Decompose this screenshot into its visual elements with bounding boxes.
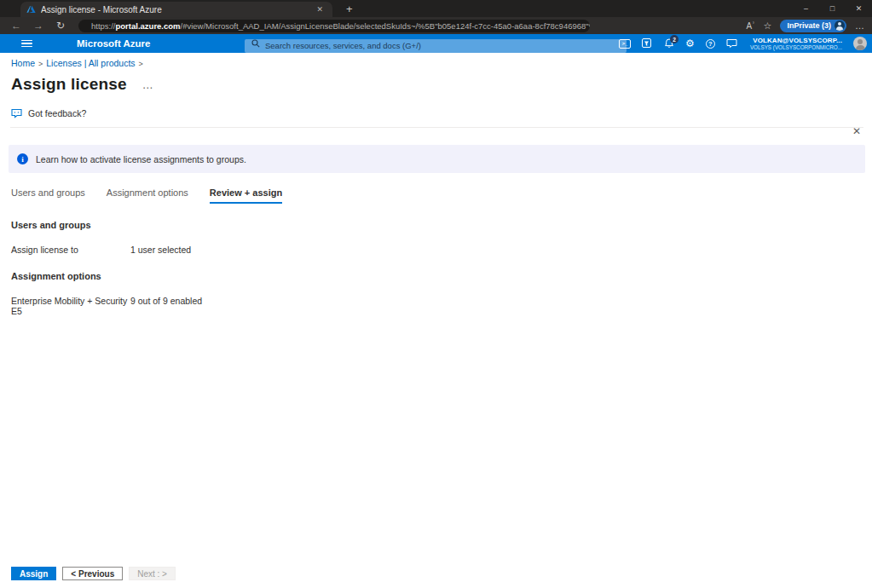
browser-menu-icon[interactable]: … bbox=[855, 20, 865, 31]
blade-footer: Assign < Previous Next : > bbox=[11, 567, 176, 580]
row-label: Assign license to bbox=[11, 245, 130, 255]
next-button[interactable]: Next : > bbox=[129, 567, 176, 580]
forward-icon[interactable]: → bbox=[29, 20, 48, 32]
feedback-bubble-icon bbox=[11, 108, 22, 118]
tab-users-and-groups[interactable]: Users and groups bbox=[11, 187, 85, 204]
title-more-icon[interactable]: … bbox=[142, 78, 154, 91]
row-value: 1 user selected bbox=[130, 245, 191, 255]
assign-license-blade: Home>Licenses | All products> Assign lic… bbox=[0, 53, 872, 588]
url-path: /#view/Microsoft_AAD_IAM/AssignLicenseBl… bbox=[181, 21, 590, 31]
url-text: https://portal.azure.com/#view/Microsoft… bbox=[91, 21, 590, 31]
tab-title: Assign license - Microsoft Azure bbox=[41, 5, 313, 14]
tab-assignment-options[interactable]: Assignment options bbox=[107, 187, 188, 204]
info-icon: i bbox=[17, 153, 28, 164]
breadcrumb-home-link[interactable]: Home bbox=[11, 58, 35, 68]
assign-button[interactable]: Assign bbox=[11, 567, 56, 580]
cloud-shell-icon[interactable]: >_ bbox=[619, 39, 631, 49]
breadcrumb-licenses-link[interactable]: Licenses | All products bbox=[46, 58, 135, 68]
profile-avatar-icon bbox=[834, 20, 845, 31]
azure-favicon bbox=[26, 5, 36, 14]
help-icon[interactable]: ? bbox=[706, 39, 715, 49]
avatar[interactable] bbox=[853, 37, 867, 50]
settings-gear-icon[interactable]: ⚙ bbox=[685, 38, 695, 49]
url-prefix: https:// bbox=[91, 21, 116, 31]
section-heading-users: Users and groups bbox=[0, 204, 872, 230]
address-bar[interactable]: https://portal.azure.com/#view/Microsoft… bbox=[78, 20, 590, 32]
blade-close-icon[interactable]: ✕ bbox=[852, 125, 861, 137]
account-tenant: VOLSYS (VOLSYSCORPONMICRO... bbox=[750, 44, 842, 50]
divider bbox=[10, 127, 863, 128]
browser-tab-active[interactable]: Assign license - Microsoft Azure ✕ bbox=[20, 2, 332, 17]
feedback-label: Got feedback? bbox=[28, 108, 86, 118]
window-restore-button[interactable]: □ bbox=[819, 0, 846, 17]
tab-close-icon[interactable]: ✕ bbox=[313, 3, 326, 15]
notifications-bell-icon[interactable]: 2 bbox=[664, 38, 674, 49]
window-close-button[interactable]: ✕ bbox=[846, 0, 872, 17]
azure-portal-header: Microsoft Azure >_ 2 ⚙ ? bbox=[0, 34, 872, 53]
title-row: Assign license … bbox=[0, 68, 872, 94]
notification-count-badge: 2 bbox=[670, 35, 679, 43]
search-input[interactable] bbox=[245, 39, 627, 53]
directory-filter-icon[interactable] bbox=[642, 38, 653, 49]
breadcrumb-separator: > bbox=[139, 60, 143, 68]
feedback-link[interactable]: Got feedback? bbox=[0, 94, 872, 118]
tab-review-assign[interactable]: Review + assign bbox=[210, 187, 282, 204]
azure-brand[interactable]: Microsoft Azure bbox=[77, 38, 150, 49]
window-minimize-button[interactable]: – bbox=[793, 0, 819, 17]
search-icon bbox=[251, 39, 260, 48]
favorites-star-icon[interactable]: ☆ bbox=[764, 20, 772, 32]
new-tab-button[interactable]: + bbox=[341, 3, 358, 17]
inprivate-label: InPrivate (3) bbox=[787, 21, 831, 30]
account-name: VOLKAN@VOLSYSCORP... bbox=[750, 37, 842, 44]
account-info[interactable]: VOLKAN@VOLSYSCORP... VOLSYS (VOLSYSCORPO… bbox=[750, 37, 842, 50]
refresh-icon[interactable]: ↻ bbox=[51, 20, 70, 32]
blade-tabs: Users and groups Assignment options Revi… bbox=[0, 173, 872, 204]
back-icon[interactable]: ← bbox=[7, 20, 26, 32]
row-license-product: Enterprise Mobility + Security E5 9 out … bbox=[0, 281, 872, 316]
window-controls: – □ ✕ bbox=[793, 0, 872, 17]
breadcrumb-separator: > bbox=[38, 60, 43, 68]
browser-tab-strip: Assign license - Microsoft Azure ✕ + – □… bbox=[0, 0, 872, 17]
header-feedback-icon[interactable] bbox=[726, 38, 737, 49]
azure-header-right: >_ 2 ⚙ ? VOLKAN@VOLSYSCORP... VOLSYS (VO… bbox=[619, 34, 867, 53]
url-domain: portal.azure.com bbox=[116, 21, 181, 31]
hamburger-menu-icon[interactable] bbox=[21, 40, 32, 48]
info-banner-text: Learn how to activate license assignment… bbox=[36, 154, 246, 164]
section-heading-options: Assignment options bbox=[0, 255, 872, 281]
inprivate-badge[interactable]: InPrivate (3) bbox=[780, 20, 846, 32]
read-aloud-icon[interactable]: Aʾ bbox=[747, 21, 755, 31]
global-search bbox=[245, 37, 627, 50]
breadcrumb: Home>Licenses | All products> bbox=[0, 53, 872, 68]
info-banner: i Learn how to activate license assignme… bbox=[9, 145, 865, 173]
browser-toolbar: ← → ↻ https://portal.azure.com/#view/Mic… bbox=[0, 17, 872, 34]
row-value: 9 out of 9 enabled bbox=[130, 296, 202, 316]
toolbar-right-cluster: Aʾ ☆ InPrivate (3) … bbox=[747, 20, 865, 32]
row-assign-license-to: Assign license to 1 user selected bbox=[0, 230, 872, 255]
row-label: Enterprise Mobility + Security E5 bbox=[11, 296, 130, 316]
page-title: Assign license bbox=[11, 75, 127, 94]
previous-button[interactable]: < Previous bbox=[62, 567, 123, 580]
